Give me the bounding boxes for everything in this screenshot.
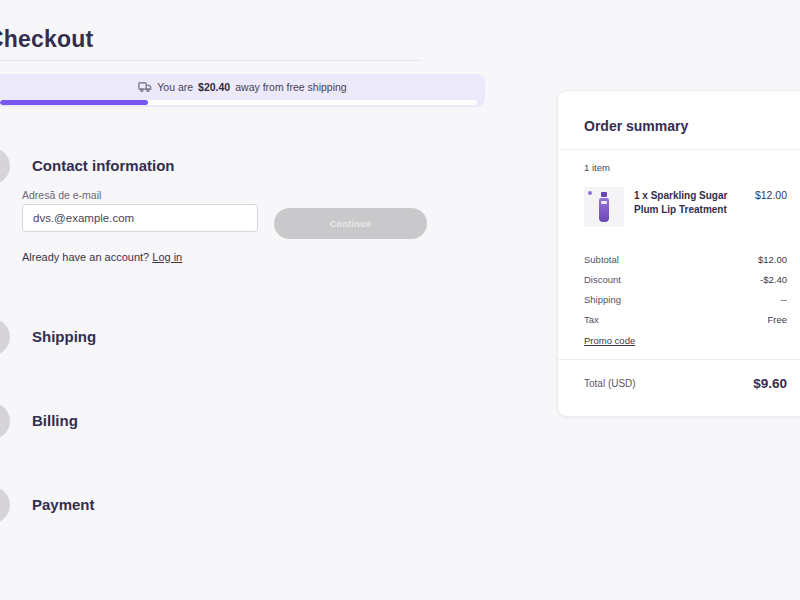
banner-text-suffix: away from free shipping xyxy=(235,81,346,93)
continue-button[interactable]: Continue xyxy=(274,208,427,239)
section-heading-contact: Contact information xyxy=(32,157,175,174)
email-input[interactable] xyxy=(22,204,258,232)
free-shipping-banner: You are $20.40 away from free shipping xyxy=(0,74,485,107)
page-title: Checkout xyxy=(0,26,93,53)
step-circle-contact xyxy=(0,148,10,184)
summary-row-discount: Discount -$2.40 xyxy=(584,274,787,285)
cart-item-row: 1 x Sparkling Sugar Plum Lip Treatment $… xyxy=(584,187,787,227)
product-thumbnail xyxy=(584,187,624,227)
section-heading-billing: Billing xyxy=(32,412,78,429)
discount-value: -$2.40 xyxy=(760,274,787,285)
step-circle-payment xyxy=(0,487,10,523)
product-price: $12.00 xyxy=(755,187,787,201)
subtotal-label: Subtotal xyxy=(584,254,619,265)
shipping-progress-track xyxy=(0,100,477,105)
summary-row-tax: Tax Free xyxy=(584,314,787,325)
step-circle-shipping xyxy=(0,319,10,355)
step-circle-billing xyxy=(0,403,10,439)
account-line: Already have an account? Log in xyxy=(22,251,182,263)
summary-row-subtotal: Subtotal $12.00 xyxy=(584,254,787,265)
product-name: 1 x Sparkling Sugar Plum Lip Treatment xyxy=(624,187,734,216)
login-link[interactable]: Log in xyxy=(152,251,182,263)
banner-amount: $20.40 xyxy=(198,81,230,93)
checkout-page: Checkout You are $20.40 away from free s… xyxy=(0,0,800,600)
truck-icon xyxy=(138,81,152,93)
summary-divider-bottom xyxy=(558,359,800,360)
section-heading-payment: Payment xyxy=(32,496,95,513)
email-label: Adresă de e-mail xyxy=(22,189,101,201)
total-label: Total (USD) xyxy=(584,378,636,389)
shipping-progress-fill xyxy=(0,100,148,105)
lip-treatment-tube-image xyxy=(599,192,609,222)
item-count: 1 item xyxy=(584,162,610,173)
header-divider xyxy=(0,60,420,61)
shipping-label: Shipping xyxy=(584,294,621,305)
order-summary-heading: Order summary xyxy=(584,118,688,134)
order-summary-card: Order summary 1 item 1 x Sparkling Sugar… xyxy=(557,90,800,417)
promo-code-link[interactable]: Promo code xyxy=(584,335,635,346)
thumbnail-logo-dot xyxy=(588,191,592,195)
section-heading-shipping: Shipping xyxy=(32,328,96,345)
shipping-value: -- xyxy=(781,294,787,305)
total-value: $9.60 xyxy=(753,376,787,391)
discount-label: Discount xyxy=(584,274,621,285)
banner-text-prefix: You are xyxy=(157,81,193,93)
total-row: Total (USD) $9.60 xyxy=(584,376,787,391)
subtotal-value: $12.00 xyxy=(758,254,787,265)
tax-value: Free xyxy=(767,314,787,325)
tax-label: Tax xyxy=(584,314,599,325)
summary-row-shipping: Shipping -- xyxy=(584,294,787,305)
account-text: Already have an account? xyxy=(22,251,149,263)
summary-divider-top xyxy=(558,149,800,150)
free-shipping-message: You are $20.40 away from free shipping xyxy=(0,81,485,93)
